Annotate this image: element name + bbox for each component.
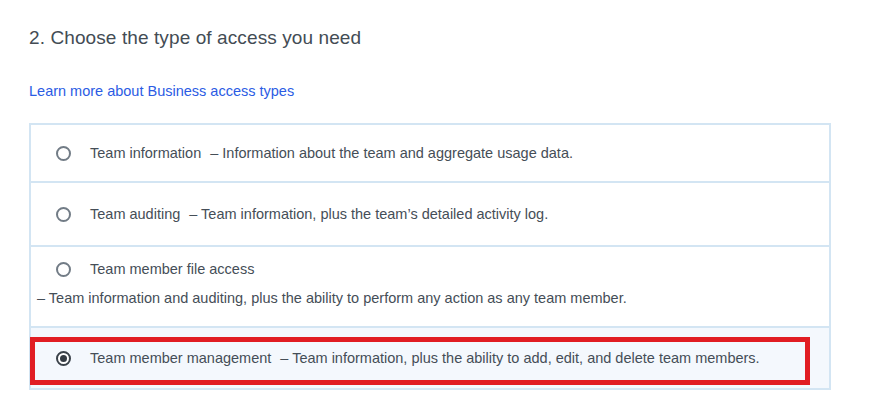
access-options-panel: Team information– Information about the … xyxy=(29,123,831,390)
option-label: Team auditing xyxy=(90,206,180,222)
option-label: Team information xyxy=(90,145,201,161)
option-description: – Information about the team and aggrega… xyxy=(210,145,573,161)
option-description: – Team information and auditing, plus th… xyxy=(37,288,829,308)
section-heading: 2. Choose the type of access you need xyxy=(29,24,887,52)
option-label: Team member management xyxy=(90,350,271,366)
option-label-line: Team member file access xyxy=(56,259,829,279)
option-row-team-member-management[interactable]: Team member management– Team information… xyxy=(31,328,829,388)
option-text: Team auditing– Team information, plus th… xyxy=(90,204,548,224)
radio-team-member-management[interactable] xyxy=(56,351,71,366)
option-row-team-member-file-access[interactable]: Team member file access – Team informati… xyxy=(31,247,829,328)
access-type-section: 2. Choose the type of access you need Le… xyxy=(0,0,887,390)
radio-team-member-file-access[interactable] xyxy=(56,262,71,277)
option-text: Team member management– Team information… xyxy=(90,348,760,368)
option-description: – Team information, plus the team’s deta… xyxy=(189,206,548,222)
radio-team-auditing[interactable] xyxy=(56,207,71,222)
option-text: Team information– Information about the … xyxy=(90,143,573,163)
learn-more-link[interactable]: Learn more about Business access types xyxy=(29,81,294,101)
option-row-team-auditing[interactable]: Team auditing– Team information, plus th… xyxy=(31,183,829,247)
option-row-team-information[interactable]: Team information– Information about the … xyxy=(31,125,829,183)
radio-team-information[interactable] xyxy=(56,146,71,161)
option-description: – Team information, plus the ability to … xyxy=(280,350,759,366)
option-label: Team member file access xyxy=(90,259,254,279)
